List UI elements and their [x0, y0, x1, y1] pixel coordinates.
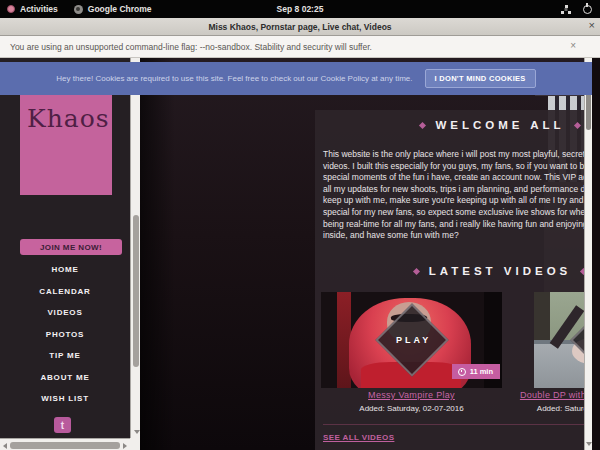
- gnome-top-bar: Activities Google Chrome Sep 8 02:25: [0, 0, 600, 18]
- cookie-message: Hey there! Cookies are required to use t…: [56, 74, 412, 83]
- sidebar-item-photos[interactable]: PHOTOS: [46, 330, 84, 339]
- clock[interactable]: Sep 8 02:25: [0, 4, 600, 14]
- sidebar-scrollbar-vertical[interactable]: [130, 58, 140, 438]
- main-scrollbar[interactable]: [584, 58, 592, 450]
- window-title: Miss Khaos, Pornstar page, Live chat, Vi…: [208, 22, 391, 32]
- logo-text-khaos: Khaos: [27, 104, 110, 133]
- sidebar-item-tip-me[interactable]: TIP ME: [49, 351, 80, 360]
- sidebar-item-wish-list[interactable]: WISH LIST: [41, 394, 89, 403]
- sidebar-item-calendar[interactable]: CALENDAR: [39, 287, 90, 296]
- video-title-link[interactable]: Double DP with my tail and cock: [520, 390, 592, 400]
- sidebar-scrollbar-horizontal[interactable]: [0, 438, 130, 450]
- video-date-1: Added: Saturday, 02-07-2016: [321, 404, 502, 413]
- window-close-icon[interactable]: ×: [589, 19, 595, 31]
- cookie-accept-button[interactable]: I DON'T MIND COOKIES: [425, 69, 536, 88]
- video-title-2: Double DP with my tail and cock: [514, 390, 592, 400]
- scroll-right-icon[interactable]: [123, 443, 127, 449]
- latest-videos-heading-text: LATEST VIDEOS: [429, 265, 572, 277]
- sidebar-item-home[interactable]: HOME: [51, 265, 78, 274]
- twitter-button[interactable]: t: [54, 417, 71, 433]
- sidebar-nav: HOME CALENDAR VIDEOS PHOTOS TIP ME ABOUT…: [0, 265, 130, 403]
- chrome-infobar: You are using an unsupported command-lin…: [0, 36, 600, 58]
- infobar-message: You are using an unsupported command-lin…: [10, 42, 372, 52]
- scrollbar-corner: [130, 438, 140, 450]
- sidebar-item-about-me[interactable]: ABOUT ME: [40, 373, 89, 382]
- diamond-icon: [574, 121, 581, 128]
- scroll-down-icon[interactable]: [586, 442, 592, 446]
- video-title-1: Messy Vampire Play: [321, 390, 502, 400]
- diamond-icon: [419, 121, 426, 128]
- cookie-banner: Hey there! Cookies are required to use t…: [0, 62, 592, 95]
- play-label: PLAY: [392, 335, 430, 345]
- welcome-heading: WELCOME ALL: [315, 119, 592, 131]
- video-thumbnail-1[interactable]: PLAY 11 min: [321, 292, 502, 388]
- divider: [323, 424, 592, 425]
- sidebar-scrollbar-thumb[interactable]: [133, 215, 139, 367]
- welcome-heading-text: WELCOME ALL: [435, 119, 564, 131]
- infobar-close-icon[interactable]: ×: [570, 40, 576, 51]
- power-icon[interactable]: [583, 5, 592, 14]
- twitter-icon: t: [61, 420, 64, 431]
- video-date-2: Added: Saturday, 02-07-2016: [514, 404, 592, 413]
- welcome-paragraph: This website is the only place where i w…: [323, 149, 592, 242]
- network-icon[interactable]: [561, 5, 571, 14]
- diamond-icon: [413, 267, 420, 274]
- scroll-down-icon[interactable]: [134, 430, 140, 434]
- video-title-link[interactable]: Messy Vampire Play: [368, 390, 455, 400]
- content-panel: WELCOME ALL This website is the only pla…: [315, 110, 592, 450]
- window-titlebar: Miss Khaos, Pornstar page, Live chat, Vi…: [0, 18, 600, 36]
- join-me-now-button[interactable]: JOIN ME NOW!: [20, 239, 122, 255]
- photo-shadow: [140, 58, 175, 450]
- page-viewport: WELCOME ALL This website is the only pla…: [0, 58, 600, 450]
- clock-icon: [458, 368, 466, 376]
- screen: Activities Google Chrome Sep 8 02:25 Mis…: [0, 0, 600, 450]
- latest-videos-heading: LATEST VIDEOS: [315, 265, 592, 277]
- system-tray: [561, 0, 592, 18]
- scroll-left-icon[interactable]: [3, 443, 7, 449]
- duration-text: 11 min: [470, 367, 493, 376]
- see-all-videos-link[interactable]: SEE ALL VIDEOS: [323, 433, 394, 442]
- site-logo[interactable]: Miss Khaos: [20, 88, 112, 195]
- background-photo: WELCOME ALL This website is the only pla…: [140, 58, 592, 450]
- sidebar-scrollbar-thumb[interactable]: [10, 442, 120, 449]
- sidebar: Miss Khaos JOIN ME NOW! HOME CALENDAR VI…: [0, 58, 140, 450]
- duration-badge: 11 min: [452, 364, 500, 379]
- sidebar-item-videos[interactable]: VIDEOS: [47, 308, 82, 317]
